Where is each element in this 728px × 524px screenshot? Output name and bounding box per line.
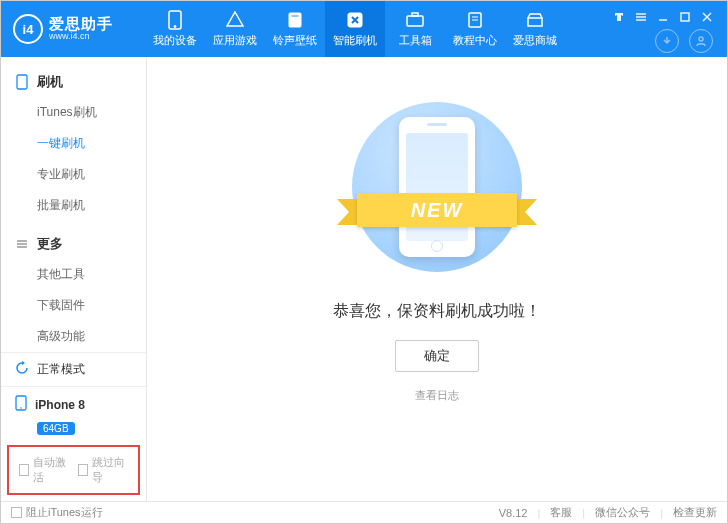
device-mode-row[interactable]: 正常模式 xyxy=(1,353,146,387)
chip-icon xyxy=(345,10,365,30)
top-nav: 我的设备 应用游戏 铃声壁纸 智能刷机 工具箱 教程中心 爱思商城 xyxy=(145,1,565,57)
device-mode-label: 正常模式 xyxy=(37,361,85,378)
svg-rect-5 xyxy=(407,16,423,26)
skip-wizard-checkbox[interactable]: 跳过向导 xyxy=(78,455,129,485)
svg-rect-10 xyxy=(528,18,542,26)
ribbon-text: NEW xyxy=(357,193,517,227)
device-name: iPhone 8 xyxy=(35,398,85,412)
svg-rect-6 xyxy=(412,13,418,16)
device-row[interactable]: iPhone 8 64GB xyxy=(1,387,146,445)
nav-label: 我的设备 xyxy=(153,33,197,48)
sidebar-item-pro-flash[interactable]: 专业刷机 xyxy=(1,159,146,190)
menu-icon[interactable] xyxy=(635,9,649,23)
nav-label: 应用游戏 xyxy=(213,33,257,48)
status-link-support[interactable]: 客服 xyxy=(550,505,572,520)
svg-rect-19 xyxy=(17,75,27,89)
sidebar-group-more: 更多 xyxy=(1,229,146,259)
sidebar-item-other-tools[interactable]: 其他工具 xyxy=(1,259,146,290)
sidebar: 刷机 iTunes刷机 一键刷机 专业刷机 批量刷机 更多 其他工具 下载固件 … xyxy=(1,57,147,501)
nav-ringtone[interactable]: 铃声壁纸 xyxy=(265,1,325,57)
status-right: V8.12 | 客服 | 微信公众号 | 检查更新 xyxy=(499,505,717,520)
block-itunes-label: 阻止iTunes运行 xyxy=(26,505,103,520)
sidebar-group-title: 更多 xyxy=(37,235,63,253)
apps-icon xyxy=(225,10,245,30)
status-link-wechat[interactable]: 微信公众号 xyxy=(595,505,650,520)
minimize-icon[interactable] xyxy=(657,9,671,23)
user-icon[interactable] xyxy=(689,29,713,53)
main-pane: NEW 恭喜您，保资料刷机成功啦！ 确定 查看日志 xyxy=(147,57,727,501)
sidebar-item-itunes-flash[interactable]: iTunes刷机 xyxy=(1,97,146,128)
note-icon xyxy=(465,10,485,30)
sidebar-bottom: 正常模式 iPhone 8 64GB 自动激活 跳过向导 xyxy=(1,352,146,501)
menu-lines-icon xyxy=(15,237,29,251)
auto-activate-checkbox[interactable]: 自动激活 xyxy=(19,455,70,485)
app-header: i4 爱思助手 www.i4.cn 我的设备 应用游戏 铃声壁纸 智能刷机 工具… xyxy=(1,1,727,57)
sidebar-group-flash: 刷机 xyxy=(1,67,146,97)
status-link-update[interactable]: 检查更新 xyxy=(673,505,717,520)
svg-point-1 xyxy=(174,26,176,28)
brand-text: 爱思助手 www.i4.cn xyxy=(49,16,113,42)
version-label: V8.12 xyxy=(499,507,528,519)
block-itunes-checkbox[interactable]: 阻止iTunes运行 xyxy=(11,505,103,520)
nav-label: 教程中心 xyxy=(453,33,497,48)
nav-toolbox[interactable]: 工具箱 xyxy=(385,1,445,57)
toolbox-icon xyxy=(405,10,425,30)
sidebar-group-title: 刷机 xyxy=(37,73,63,91)
sidebar-item-download-firmware[interactable]: 下载固件 xyxy=(1,290,146,321)
nav-store[interactable]: 爱思商城 xyxy=(505,1,565,57)
nav-my-device[interactable]: 我的设备 xyxy=(145,1,205,57)
sidebar-item-oneclick-flash[interactable]: 一键刷机 xyxy=(1,128,146,159)
maximize-icon[interactable] xyxy=(679,9,693,23)
phone-icon xyxy=(165,10,185,30)
svg-point-18 xyxy=(699,37,703,41)
nav-label: 工具箱 xyxy=(399,33,432,48)
nav-flash[interactable]: 智能刷机 xyxy=(325,1,385,57)
brand-url: www.i4.cn xyxy=(49,32,113,42)
status-bar: 阻止iTunes运行 V8.12 | 客服 | 微信公众号 | 检查更新 xyxy=(1,501,727,523)
new-ribbon: NEW xyxy=(337,185,537,235)
music-icon xyxy=(285,10,305,30)
sidebar-item-advanced[interactable]: 高级功能 xyxy=(1,321,146,352)
nav-apps[interactable]: 应用游戏 xyxy=(205,1,265,57)
checkbox-box-icon xyxy=(11,507,22,518)
skin-icon[interactable] xyxy=(613,9,627,23)
checkbox-box-icon xyxy=(78,464,88,476)
phone-outline-icon xyxy=(15,75,29,89)
success-message: 恭喜您，保资料刷机成功啦！ xyxy=(333,301,541,322)
window-controls xyxy=(613,5,719,23)
nav-label: 爱思商城 xyxy=(513,33,557,48)
store-icon xyxy=(525,10,545,30)
brand-name: 爱思助手 xyxy=(49,16,113,33)
brand-logo-icon: i4 xyxy=(13,14,43,44)
device-storage-badge: 64GB xyxy=(37,422,75,435)
download-icon[interactable] xyxy=(655,29,679,53)
refresh-icon xyxy=(15,361,29,378)
bottom-checkbox-row: 自动激活 跳过向导 xyxy=(7,445,140,495)
svg-rect-3 xyxy=(291,15,299,17)
nav-tutorial[interactable]: 教程中心 xyxy=(445,1,505,57)
nav-label: 铃声壁纸 xyxy=(273,33,317,48)
sidebar-item-batch-flash[interactable]: 批量刷机 xyxy=(1,190,146,221)
nav-label: 智能刷机 xyxy=(333,33,377,48)
checkbox-box-icon xyxy=(19,464,29,476)
close-icon[interactable] xyxy=(701,9,715,23)
success-illustration: NEW xyxy=(317,97,557,277)
checkbox-label: 跳过向导 xyxy=(92,455,128,485)
ok-button[interactable]: 确定 xyxy=(395,340,479,372)
svg-rect-15 xyxy=(681,13,689,21)
checkbox-label: 自动激活 xyxy=(33,455,69,485)
brand-block: i4 爱思助手 www.i4.cn xyxy=(13,14,145,44)
device-phone-icon xyxy=(15,395,27,414)
svg-point-24 xyxy=(20,407,22,409)
view-log-link[interactable]: 查看日志 xyxy=(415,388,459,403)
